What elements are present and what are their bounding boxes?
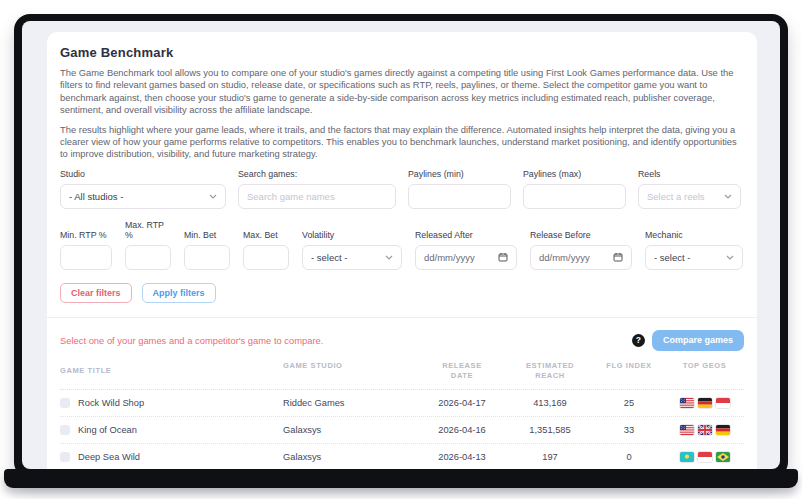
mechanic-label: Mechanic [645, 230, 743, 240]
top-geos-cell [665, 425, 744, 435]
min-rtp-input[interactable] [60, 245, 112, 270]
clear-filters-button[interactable]: Clear filters [60, 283, 132, 303]
mechanic-select[interactable]: - select - [645, 245, 743, 270]
help-icon[interactable]: ? [632, 334, 645, 347]
estimated-reach-cell: 197 [507, 452, 593, 462]
page-title: Game Benchmark [60, 45, 744, 60]
chevron-down-icon [726, 255, 734, 260]
table-row[interactable]: King of OceanGalaxsys2026-04-161,351,585… [60, 417, 744, 444]
reels-label: Reels [638, 169, 741, 179]
filters-row-1: Studio - All studios - Search games: Pay… [60, 169, 744, 209]
flag-id-icon [698, 452, 712, 462]
flag-de-icon [716, 425, 730, 435]
release-before-label: Release Before [530, 230, 632, 240]
max-rtp-input[interactable] [125, 245, 171, 270]
table-row[interactable]: Deep Sea WildGalaxsys2026-04-131970 [60, 444, 744, 469]
max-bet-label: Max. Bet [243, 230, 289, 240]
min-bet-label: Min. Bet [184, 230, 230, 240]
table-header: Game Title Game Studio Release Date Esti… [60, 361, 744, 390]
intro-paragraph-1: The Game Benchmark tool allows you to co… [60, 67, 744, 117]
flg-index-cell: 33 [593, 425, 665, 435]
game-studio-cell: Riddec Games [283, 398, 417, 408]
game-studio-cell: Galaxsys [283, 452, 417, 462]
search-games-label: Search games: [238, 169, 396, 179]
studio-select[interactable]: - All studios - [60, 184, 226, 209]
volatility-select[interactable]: - select - [302, 245, 402, 270]
studio-label: Studio [60, 169, 226, 179]
calendar-icon [613, 252, 623, 262]
column-release-date: Release Date [417, 361, 507, 381]
flag-us-icon [680, 425, 694, 435]
release-date-cell: 2026-04-16 [417, 425, 507, 435]
row-checkbox[interactable] [60, 398, 70, 408]
released-after-date-input[interactable]: dd/mm/yyyy [415, 245, 517, 270]
min-rtp-label: Min. RTP % [60, 230, 112, 240]
flag-us-icon [680, 398, 694, 408]
flag-gb-icon [698, 425, 712, 435]
flag-id-icon [716, 398, 730, 408]
studio-select-value: - All studios - [69, 191, 123, 202]
flg-index-cell: 25 [593, 398, 665, 408]
top-geos-cell [665, 452, 744, 462]
top-geos-cell [665, 398, 744, 408]
paylines-max-label: Paylines (max) [523, 169, 626, 179]
volatility-label: Volatility [302, 230, 402, 240]
game-title-cell: King of Ocean [78, 425, 137, 435]
table-row[interactable]: Rock Wild ShopRiddec Games2026-04-17413,… [60, 390, 744, 417]
released-after-label: Released After [415, 230, 517, 240]
release-date-cell: 2026-04-13 [417, 452, 507, 462]
device-base [4, 469, 798, 488]
compare-row: Select one of your games and a competito… [60, 330, 744, 351]
reels-select[interactable]: Select a reels [638, 184, 741, 209]
mechanic-select-value: - select - [654, 252, 690, 263]
compare-notice: Select one of your games and a competito… [60, 335, 323, 346]
row-checkbox[interactable] [60, 452, 70, 462]
column-flg-index: FLG Index [593, 361, 665, 381]
chevron-down-icon [724, 194, 732, 199]
intro-paragraph-2: The results highlight where your game le… [60, 124, 744, 161]
paylines-min-label: Paylines (min) [408, 169, 511, 179]
filter-actions: Clear filters Apply filters [60, 283, 744, 303]
estimated-reach-cell: 1,351,585 [507, 425, 593, 435]
game-title-cell: Rock Wild Shop [78, 398, 144, 408]
table-body: Rock Wild ShopRiddec Games2026-04-17413,… [60, 390, 744, 469]
filters-row-2: Min. RTP % Max. RTP % Min. Bet Max. Bet … [60, 220, 744, 270]
apply-filters-button[interactable]: Apply filters [142, 283, 216, 303]
game-title-cell: Deep Sea Wild [78, 452, 140, 462]
chevron-down-icon [209, 194, 217, 199]
column-game-title: Game Title [60, 361, 283, 381]
results-table-section: Select one of your games and a competito… [47, 317, 757, 469]
release-date-cell: 2026-04-17 [417, 398, 507, 408]
release-before-placeholder: dd/mm/yyyy [539, 252, 590, 263]
paylines-max-input[interactable] [523, 184, 626, 209]
reels-select-value: Select a reels [647, 191, 705, 202]
column-top-geos: Top Geos [665, 361, 744, 381]
chevron-down-icon [385, 255, 393, 260]
game-studio-cell: Galaxsys [283, 425, 417, 435]
min-bet-input[interactable] [184, 245, 230, 270]
game-benchmark-card: Game Benchmark The Game Benchmark tool a… [47, 32, 757, 469]
released-after-placeholder: dd/mm/yyyy [424, 252, 475, 263]
search-games-input[interactable] [238, 184, 396, 209]
flg-index-cell: 0 [593, 452, 665, 462]
max-rtp-label: Max. RTP % [125, 220, 171, 240]
flag-br-icon [716, 452, 730, 462]
paylines-min-input[interactable] [408, 184, 511, 209]
compare-games-button[interactable]: Compare games [652, 330, 744, 351]
column-estimated-reach: Estimated Reach [507, 361, 593, 381]
max-bet-input[interactable] [243, 245, 289, 270]
calendar-icon [498, 252, 508, 262]
column-game-studio: Game Studio [283, 361, 417, 381]
estimated-reach-cell: 413,169 [507, 398, 593, 408]
release-before-date-input[interactable]: dd/mm/yyyy [530, 245, 632, 270]
flag-de-icon [698, 398, 712, 408]
flag-kz-icon [680, 452, 694, 462]
row-checkbox[interactable] [60, 425, 70, 435]
app-screen: Game Benchmark The Game Benchmark tool a… [22, 21, 780, 469]
volatility-select-value: - select - [311, 252, 347, 263]
